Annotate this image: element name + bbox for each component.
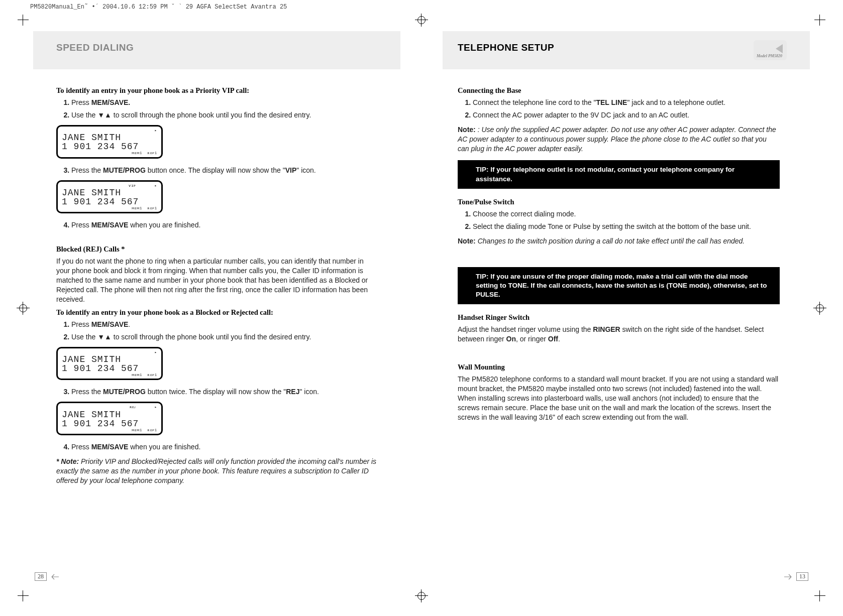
tone-heading: Tone/Pulse Switch bbox=[458, 198, 780, 206]
updown-arrows-icon: ▼▲ bbox=[97, 333, 112, 341]
tone-steps: Choose the correct dialing mode. Select … bbox=[458, 209, 780, 231]
note-label: Note: bbox=[458, 237, 476, 245]
rej-step-3: Press the MUTE/PROG button twice. The di… bbox=[71, 387, 377, 397]
lcd-status-row: ᴍᴇᴍ1 ʀᴇᴘ1 bbox=[62, 373, 157, 378]
note-text: Priority VIP and Blocked/Rejected calls … bbox=[56, 457, 376, 484]
mem-save-label: MEM/SAVE. bbox=[91, 98, 131, 106]
rej-intro: If you do not want the phone to ring whe… bbox=[56, 257, 377, 304]
off-label: Off bbox=[548, 335, 558, 343]
tip-label: TIP: bbox=[476, 273, 489, 280]
tip-text: If you are unsure of the proper dialing … bbox=[476, 273, 767, 298]
lcd-name: JANE SMITH bbox=[62, 133, 157, 142]
vip-heading: To identify an entry in your phone book … bbox=[56, 86, 377, 95]
t: " icon. bbox=[299, 388, 319, 396]
lcd-number: 1 901 234 567 bbox=[62, 364, 157, 373]
note-text: : Use only the supplied AC power adapter… bbox=[458, 126, 776, 153]
wall-text: The PM5820 telephone conforms to a stand… bbox=[458, 375, 780, 422]
t: Press bbox=[71, 443, 91, 451]
base-step-2: Connect the AC power adapter to the 9V D… bbox=[473, 110, 780, 120]
t: Press bbox=[71, 221, 91, 229]
lcd-name: JANE SMITH bbox=[62, 188, 157, 197]
tip-box-dialmode: TIP: If you are unsure of the proper dia… bbox=[458, 267, 780, 305]
lcd-number: 1 901 234 567 bbox=[62, 142, 157, 151]
lcd-display-vip-before: ▸ JANE SMITH 1 901 234 567 ᴍᴇᴍ1 ʀᴇᴘ1 bbox=[56, 125, 163, 159]
t: Press bbox=[71, 98, 91, 106]
tip-text: If your telephone outlet is not modular,… bbox=[476, 166, 734, 182]
rej-steps-end: Press MEM/SAVE when you are finished. bbox=[56, 442, 377, 452]
lcd-name: JANE SMITH bbox=[62, 410, 157, 419]
tone-step-1: Choose the correct dialing mode. bbox=[473, 209, 780, 219]
vip-step-3: Press the MUTE/PROG button once. The dis… bbox=[71, 166, 377, 175]
t: , or ringer bbox=[516, 335, 548, 343]
content-left: To identify an entry in your phone book … bbox=[56, 86, 377, 561]
base-steps: Connect the telephone line cord to the "… bbox=[458, 98, 780, 120]
tel-line-label: TEL LINE bbox=[596, 98, 627, 106]
mem-save-label: MEM/SAVE bbox=[91, 443, 129, 451]
t: Press the bbox=[71, 388, 103, 396]
mute-prog-label: MUTE/PROG bbox=[103, 388, 146, 396]
tip-box-modular: TIP: If your telephone outlet is not mod… bbox=[458, 160, 780, 188]
note-text: Changes to the switch position during a … bbox=[476, 237, 745, 245]
lcd-display-rej-after: ʀᴇᴊ ▸ JANE SMITH 1 901 234 567 ᴍᴇᴍ1 ʀᴇᴘ1 bbox=[56, 402, 163, 435]
page-title-left: SPEED DIALING bbox=[56, 42, 134, 53]
note-label: Note: bbox=[458, 126, 476, 134]
rej-icon-label: REJ bbox=[286, 388, 299, 396]
lcd-number: 1 901 234 567 bbox=[62, 197, 157, 206]
mem-save-label: MEM/SAVE bbox=[91, 221, 129, 229]
t: Adjust the handset ringer volume using t… bbox=[458, 325, 593, 333]
wall-heading: Wall Mounting bbox=[458, 363, 780, 372]
page-number-left: 28 bbox=[33, 572, 60, 581]
print-job-header: PM5820Manual_En˜ •´ 2004.10.6 12:59 PM ˘… bbox=[30, 4, 287, 10]
base-note: Note: : Use only the supplied AC power a… bbox=[458, 125, 780, 154]
vip-steps-cont: Press the MUTE/PROG button once. The dis… bbox=[56, 166, 377, 175]
rej-step-2: Use the ▼▲ to scroll through the phone b… bbox=[71, 332, 377, 342]
t: when you are finished. bbox=[128, 443, 200, 451]
page-right: TELEPHONE SETUP Model PM5820 Connecting … bbox=[443, 31, 810, 585]
model-label: Model PM5820 bbox=[757, 54, 782, 58]
t: when you are finished. bbox=[128, 221, 200, 229]
lcd-status-row: ᴍᴇᴍ1 ʀᴇᴘ1 bbox=[62, 428, 157, 433]
model-tag: Model PM5820 bbox=[754, 40, 787, 60]
vip-steps-end: Press MEM/SAVE when you are finished. bbox=[56, 220, 377, 230]
lcd-display-rej-before: ▸ JANE SMITH 1 901 234 567 ᴍᴇᴍ1 ʀᴇᴘ1 bbox=[56, 347, 163, 381]
lcd-status-row: ᴍᴇᴍ1 ʀᴇᴘ1 bbox=[62, 206, 157, 211]
t: Connect the telephone line cord to the " bbox=[473, 98, 596, 106]
lcd-number: 1 901 234 567 bbox=[62, 419, 157, 428]
mute-prog-label: MUTE/PROG bbox=[103, 166, 146, 174]
back-arrow-icon bbox=[776, 44, 783, 53]
tip-label: TIP: bbox=[476, 166, 489, 173]
rej-subheading: To identify an entry in your phone book … bbox=[56, 308, 377, 317]
page-left: SPEED DIALING To identify an entry in yo… bbox=[33, 31, 400, 585]
mem-save-label: MEM/SAVE bbox=[91, 320, 129, 328]
base-heading: Connecting the Base bbox=[458, 86, 780, 95]
content-right: Connecting the Base Connect the telephon… bbox=[458, 86, 780, 561]
t: . bbox=[558, 335, 560, 343]
page-arrow-right-icon bbox=[783, 574, 793, 580]
t: " jack and to a telephone outlet. bbox=[627, 98, 725, 106]
t: button twice. The display will now show … bbox=[146, 388, 286, 396]
vip-step-2: Use the ▼▲ to scroll through the phone b… bbox=[71, 110, 377, 120]
page-number-box: 13 bbox=[796, 572, 808, 581]
lcd-status-row: ᴍᴇᴍ1 ʀᴇᴘ1 bbox=[62, 151, 157, 156]
rej-step-1: Press MEM/SAVE. bbox=[71, 320, 377, 329]
vip-icon-label: VIP bbox=[285, 166, 297, 174]
t: Use the bbox=[71, 333, 97, 341]
page-arrow-left-icon bbox=[50, 574, 60, 580]
rej-steps: Press MEM/SAVE. Use the ▼▲ to scroll thr… bbox=[56, 320, 377, 342]
rej-heading: Blocked (REJ) Calls * bbox=[56, 245, 377, 254]
t: Press the bbox=[71, 166, 103, 174]
updown-arrows-icon: ▼▲ bbox=[97, 111, 112, 119]
vip-step-4: Press MEM/SAVE when you are finished. bbox=[71, 220, 377, 230]
lcd-name: JANE SMITH bbox=[62, 355, 157, 364]
note-label: * Note: bbox=[56, 457, 79, 465]
ringer-heading: Handset Ringer Switch bbox=[458, 313, 780, 322]
t: to scroll through the phone book until y… bbox=[112, 111, 311, 119]
on-label: On bbox=[506, 335, 516, 343]
page-number-right: 13 bbox=[783, 572, 810, 581]
t: Press bbox=[71, 320, 91, 328]
rej-footnote: * Note: Priority VIP and Blocked/Rejecte… bbox=[56, 457, 377, 485]
spread: SPEED DIALING To identify an entry in yo… bbox=[33, 31, 810, 585]
rej-steps-cont: Press the MUTE/PROG button twice. The di… bbox=[56, 387, 377, 397]
ringer-text: Adjust the handset ringer volume using t… bbox=[458, 325, 780, 344]
vip-steps: Press MEM/SAVE. Use the ▼▲ to scroll thr… bbox=[56, 98, 377, 120]
